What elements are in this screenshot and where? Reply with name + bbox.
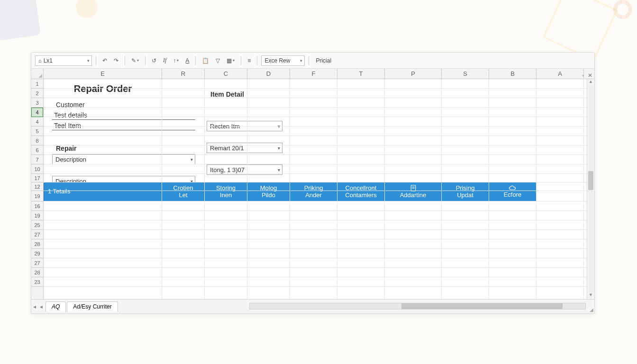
item-dd-3-value: Itong, 1 3)07 <box>210 166 245 173</box>
row-header-8[interactable]: 7 <box>31 155 43 164</box>
customer-line3[interactable]: Teel Item <box>52 121 195 130</box>
repair-desc-1-value: Description <box>55 156 86 163</box>
row-header-21[interactable]: 23 <box>31 277 43 287</box>
repair-desc-1[interactable]: Description <box>52 154 195 164</box>
undo-button[interactable]: ↶ <box>100 55 109 66</box>
cloud-icon <box>509 185 517 191</box>
doc-icon <box>410 184 417 192</box>
table-header-5[interactable]: ConcellrontContamlers <box>337 182 385 201</box>
rotate-left-icon[interactable]: ↺ <box>149 55 159 66</box>
toolbar-right-label: Pricial <box>313 57 334 64</box>
select-all-corner[interactable] <box>31 69 44 79</box>
row-header-19[interactable]: 27 <box>31 258 43 268</box>
column-header-C[interactable]: C <box>205 69 247 79</box>
column-header-F[interactable]: F <box>290 69 337 79</box>
sort-button[interactable]: ↑▾ <box>171 55 181 66</box>
italic-button[interactable]: If <box>161 55 169 66</box>
font-color-button[interactable]: A <box>183 55 191 66</box>
sheet-tab-2-label: Ad/Esy Curriter <box>73 303 111 310</box>
column-header-P[interactable]: P <box>385 69 442 79</box>
customer-line2[interactable]: Test details <box>52 110 195 120</box>
row-header-15[interactable]: 25 <box>31 220 43 230</box>
item-dd-2[interactable]: Remart 20/1 <box>207 143 282 153</box>
item-detail-label: Item Detail <box>208 90 288 99</box>
window-minimize-icon[interactable]: ▫ <box>582 72 584 79</box>
table-header-6[interactable]: Addartine <box>385 182 442 201</box>
row-header-14[interactable]: 19 <box>31 211 43 220</box>
row-header-12[interactable]: 19 <box>31 191 43 201</box>
column-headers: ERCDFTPSBA <box>31 69 594 79</box>
row-header-5[interactable]: 5 <box>31 127 43 136</box>
table-header-2[interactable]: StoringInen <box>205 182 247 201</box>
page-title: Repair Order <box>44 79 162 98</box>
column-header-E[interactable]: E <box>44 69 162 79</box>
row-header-11[interactable]: 12 <box>31 182 43 191</box>
row-header-18[interactable]: 29 <box>31 249 43 258</box>
name-box-value: Lх1 <box>44 57 53 64</box>
row-header-2[interactable]: 3 <box>31 98 43 108</box>
column-header-R[interactable]: R <box>162 69 205 79</box>
sheet-tab-strip: ◂ ◂ AQ Ad/Esy Curriter ◢ <box>31 299 594 313</box>
paste-button[interactable]: 📋 <box>200 55 211 66</box>
resize-grip-icon[interactable]: ◢ <box>590 307 593 312</box>
item-dd-1-value: Recten Itm <box>210 123 240 130</box>
home-icon: ⌂ <box>38 58 42 64</box>
horizontal-scrollbar[interactable] <box>249 303 586 309</box>
row-header-20[interactable]: 28 <box>31 268 43 277</box>
item-dd-3[interactable]: Itong, 1 3)07 <box>207 164 282 175</box>
item-dd-1[interactable]: Recten Itm <box>207 121 282 131</box>
spreadsheet-window: ⌂ Lх1 ↶ ↷ ✎▾ ↺ If ↑▾ A 📋 ▽ ▦▾ ≡ Exce Rew… <box>31 52 595 314</box>
sheet-tab-1[interactable]: AQ <box>46 301 66 312</box>
edit-icon[interactable]: ✎▾ <box>129 55 141 66</box>
scroll-up-icon[interactable]: ▲ <box>587 79 594 86</box>
tab-prev2-icon[interactable]: ◂ <box>38 303 45 310</box>
scroll-down-icon[interactable]: ▼ <box>587 292 594 299</box>
column-header-B[interactable]: B <box>489 69 537 79</box>
table-header-0[interactable]: 1 Tetails <box>44 182 162 201</box>
hscroll-thumb[interactable] <box>401 303 563 309</box>
column-header-D[interactable]: D <box>247 69 290 79</box>
row-header-17[interactable]: 28 <box>31 239 43 249</box>
row-header-1[interactable]: 2 <box>31 89 43 98</box>
row-header-3[interactable]: 4 <box>31 108 43 117</box>
row-header-6[interactable]: 8 <box>31 136 43 146</box>
table-header-1[interactable]: CrotienLet <box>162 182 205 201</box>
row-header-0[interactable]: 1 <box>31 79 43 89</box>
row-headers: 12344586710171219161925272829272823 <box>31 79 44 299</box>
spreadsheet-grid: ERCDFTPSBA 12344586710171219161925272829… <box>31 69 594 313</box>
redo-button[interactable]: ↷ <box>111 55 121 66</box>
repair-label: Repair <box>53 144 157 153</box>
cells-area[interactable]: Repair Order Customer Test details Teel … <box>44 79 594 299</box>
table-header-3[interactable]: MologPildo <box>247 182 290 201</box>
table-header-8[interactable]: Ecfore <box>489 182 537 201</box>
row-header-10[interactable]: 17 <box>31 174 43 182</box>
row-header-4[interactable]: 4 <box>31 117 43 127</box>
font-selector-value: Exce Rew <box>264 57 290 64</box>
table-header-7[interactable]: PrisingUpdat <box>442 182 489 201</box>
sheet-tab-1-label: AQ <box>52 303 60 310</box>
vertical-scrollbar[interactable]: ▲ ▼ <box>587 79 594 299</box>
row-header-16[interactable]: 27 <box>31 230 43 239</box>
item-dd-2-value: Remart 20/1 <box>210 145 244 152</box>
row-header-9[interactable]: 10 <box>31 164 43 174</box>
window-close-icon[interactable]: ✕ <box>588 72 592 79</box>
tab-prev-icon[interactable]: ◂ <box>31 303 38 310</box>
column-header-S[interactable]: S <box>442 69 489 79</box>
vscroll-thumb[interactable] <box>588 171 593 190</box>
toolbar: ⌂ Lх1 ↶ ↷ ✎▾ ↺ If ↑▾ A 📋 ▽ ▦▾ ≡ Exce Rew… <box>31 53 594 69</box>
row-header-7[interactable]: 6 <box>31 146 43 155</box>
row-header-13[interactable]: 16 <box>31 201 43 211</box>
font-selector[interactable]: Exce Rew <box>261 55 305 66</box>
filter-button[interactable]: ▽ <box>213 55 222 66</box>
sheet-tab-2[interactable]: Ad/Esy Curriter <box>67 301 118 312</box>
name-box[interactable]: ⌂ Lх1 <box>35 55 92 66</box>
customer-label: Customer <box>53 100 157 109</box>
column-header-A[interactable]: A <box>537 69 584 79</box>
column-header-T[interactable]: T <box>337 69 385 79</box>
table-header-4[interactable]: PrikingAnder <box>290 182 337 201</box>
align-button[interactable]: ≡ <box>245 55 253 66</box>
insert-button[interactable]: ▦▾ <box>224 55 237 66</box>
